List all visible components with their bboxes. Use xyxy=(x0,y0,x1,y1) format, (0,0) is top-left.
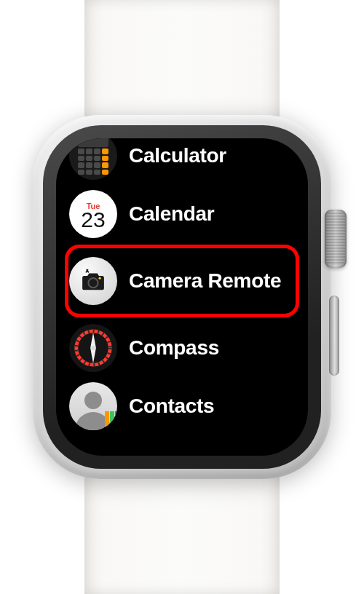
calendar-icon: Tue 23 xyxy=(69,190,117,238)
list-item-calculator[interactable]: Calculator xyxy=(69,138,295,185)
app-label: Calendar xyxy=(129,202,214,225)
app-label: Calculator xyxy=(129,144,226,167)
svg-rect-6 xyxy=(105,411,109,430)
contacts-icon xyxy=(69,382,117,430)
app-list[interactable]: Calculator Tue 23 Calendar xyxy=(56,138,308,456)
list-item-calendar[interactable]: Tue 23 Calendar xyxy=(69,185,295,243)
digital-crown[interactable] xyxy=(325,210,347,268)
camera-icon xyxy=(69,257,117,305)
app-label: Contacts xyxy=(129,395,214,417)
svg-point-1 xyxy=(99,277,101,280)
watch-band-bottom xyxy=(84,463,280,594)
watch-band-top xyxy=(84,0,280,131)
side-button[interactable] xyxy=(329,296,339,376)
app-label: Camera Remote xyxy=(129,269,281,292)
list-item-compass[interactable]: Compass xyxy=(69,319,295,377)
app-label: Compass xyxy=(129,336,219,359)
apple-watch: Calculator Tue 23 Calendar xyxy=(33,115,331,479)
compass-icon xyxy=(69,324,117,372)
svg-rect-8 xyxy=(115,411,117,430)
calendar-day-number: 23 xyxy=(81,209,105,231)
list-item-camera-remote[interactable]: Camera Remote xyxy=(69,243,295,319)
svg-point-4 xyxy=(91,346,95,350)
list-item-contacts[interactable]: Contacts xyxy=(69,377,295,435)
svg-point-5 xyxy=(84,392,102,409)
watch-screen: Calculator Tue 23 Calendar xyxy=(56,138,308,456)
svg-rect-7 xyxy=(110,411,114,430)
